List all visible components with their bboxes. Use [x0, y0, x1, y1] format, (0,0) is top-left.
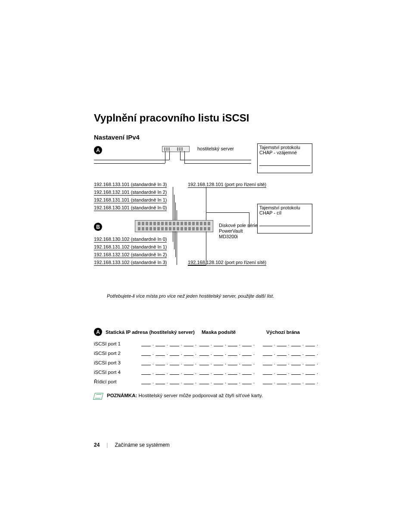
- row-label: Řídicí port: [94, 379, 141, 384]
- storage-array-icon: [135, 220, 213, 232]
- host-server-label: hostitelský server: [197, 146, 234, 151]
- table-row: iSCSI port 2 .... .... ....: [94, 351, 318, 356]
- row-label: iSCSI port 1: [94, 341, 141, 346]
- page-footer: 24 | Začínáme se systémem: [94, 442, 170, 448]
- chap-target-box: Tajemství protokolu CHAP - cíl: [257, 204, 312, 233]
- footer-divider: |: [106, 442, 108, 448]
- mgmt-a-label: 192.168.128.101 (port pro řízení sítě): [188, 182, 266, 188]
- table-header-subnet: Maska podsítě: [202, 330, 266, 335]
- ip-field[interactable]: ....: [141, 379, 199, 384]
- chap-mutual-box: Tajemství protokolu CHAP - vzájemné: [257, 143, 312, 173]
- array-label-2: PowerVault: [219, 228, 243, 233]
- array-label-1: Diskové pole série: [219, 223, 258, 228]
- chap-mutual-title: Tajemství protokolu CHAP - vzájemné: [259, 145, 300, 155]
- subnet-field[interactable]: ....: [199, 379, 263, 384]
- b-ip-1: 192.168.131.102 (standardně In 1): [94, 244, 167, 250]
- server-icon: [162, 146, 190, 152]
- a-ip-3: 192.168.130.101 (standardně In 0): [94, 205, 167, 211]
- marker-a: A: [94, 146, 102, 154]
- a-ip-0: 192.168.133.101 (standardně In 3): [94, 182, 167, 188]
- page-number: 24: [94, 442, 100, 448]
- note-text: Hostitelský server může podporovat až čt…: [137, 393, 263, 398]
- subnet-field[interactable]: ....: [199, 370, 263, 375]
- marker-b: B: [94, 223, 102, 231]
- b-ip-0: 192.168.130.102 (standardně In 0): [94, 236, 167, 243]
- table-header-gateway: Výchozí brána: [266, 330, 318, 335]
- subnet-field[interactable]: ....: [199, 351, 263, 356]
- table-row: Řídicí port .... .... ....: [94, 379, 318, 384]
- footnote-italic: Potřebujete-li více místa pro více než j…: [107, 293, 318, 299]
- note-box: POZNÁMKA: Hostitelský server může podpor…: [94, 393, 318, 400]
- gateway-field[interactable]: ....: [263, 379, 318, 384]
- gateway-field[interactable]: ....: [263, 351, 318, 356]
- note-icon: [93, 393, 103, 400]
- table-row: iSCSI port 4 .... .... ....: [94, 370, 318, 375]
- b-ip-2: 192.168.132.102 (standardně In 2): [94, 252, 167, 258]
- gateway-field[interactable]: ....: [263, 370, 318, 375]
- chapter-name: Začínáme se systémem: [115, 442, 169, 448]
- ip-field[interactable]: ....: [141, 351, 199, 356]
- a-ip-1: 192.168.132.101 (standardně In 2): [94, 190, 167, 196]
- ip-field[interactable]: ....: [141, 360, 199, 365]
- b-ip-3: 192.168.133.102 (standardně In 3): [94, 260, 167, 266]
- subnet-field[interactable]: ....: [199, 341, 263, 346]
- table-header-static-ip: Statická IP adresa (hostitelský server): [106, 330, 195, 335]
- note-label: POZNÁMKA:: [107, 393, 137, 398]
- section-heading: Nastavení IPv4: [94, 134, 318, 141]
- table-marker-a: A: [94, 328, 102, 336]
- row-label: iSCSI port 3: [94, 360, 141, 365]
- gateway-field[interactable]: ....: [263, 341, 318, 346]
- page-title: Vyplnění pracovního listu iSCSI: [94, 112, 318, 124]
- a-ip-2: 192.168.131.101 (standardně In 1): [94, 197, 167, 203]
- row-label: iSCSI port 2: [94, 351, 141, 356]
- chap-target-title: Tajemství protokolu CHAP - cíl: [259, 205, 300, 215]
- mgmt-b-label: 192.168.128.102 (port pro řízení sítě): [188, 260, 266, 266]
- gateway-field[interactable]: ....: [263, 360, 318, 365]
- subnet-field[interactable]: ....: [199, 360, 263, 365]
- topology-diagram: A hostitelský server Tajemství protokolu…: [94, 143, 318, 268]
- table-row: iSCSI port 3 .... .... ....: [94, 360, 318, 365]
- row-label: iSCSI port 4: [94, 370, 141, 375]
- ip-worksheet-table: A Statická IP adresa (hostitelský server…: [94, 328, 318, 384]
- ip-field[interactable]: ....: [141, 341, 199, 346]
- ip-field[interactable]: ....: [141, 370, 199, 375]
- array-label-3: MD3200i: [219, 234, 238, 239]
- table-row: iSCSI port 1 .... .... ....: [94, 341, 318, 346]
